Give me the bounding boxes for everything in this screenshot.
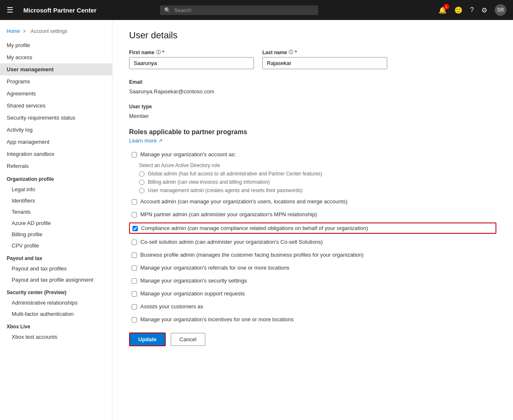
sidebar-item-activity-log[interactable]: Activity log (0, 124, 112, 136)
external-link-icon: ↗ (158, 138, 163, 144)
search-bar[interactable]: 🔍 (160, 5, 318, 15)
checkbox-3[interactable] (132, 240, 137, 245)
search-input[interactable] (174, 7, 314, 13)
checkbox-4[interactable] (132, 252, 137, 258)
sidebar-item-integration-sandbox[interactable]: Integration sandbox (0, 148, 112, 160)
sidebar-item-payout-tax-profiles[interactable]: Payout and tax profiles (0, 263, 112, 274)
radio-global-admin[interactable] (139, 171, 144, 177)
sidebar-item-mfa[interactable]: Multi-factor authentication (0, 308, 112, 320)
checkbox-8[interactable] (132, 304, 137, 310)
breadcrumb-home[interactable]: Home (7, 28, 20, 34)
sidebar-item-shared-services[interactable]: Shared services (0, 100, 112, 112)
last-name-input[interactable] (262, 57, 387, 69)
checkbox-row-4: Business profile admin (manages the cust… (129, 250, 496, 260)
checkbox-label-0: Account admin (can manage your organizat… (140, 198, 347, 205)
help-icon[interactable]: ? (470, 6, 474, 14)
sidebar-item-admin-relationships[interactable]: Administrative relationships (0, 297, 112, 308)
hamburger-icon[interactable]: ☰ (7, 5, 13, 15)
azure-ad-label: Select an Azure Active Directory role (139, 162, 496, 168)
checkbox-label-9: Manage your organization's incentives fo… (140, 316, 294, 322)
radio-billing-admin[interactable] (139, 180, 144, 185)
sidebar-item-tenants[interactable]: Tenants (0, 206, 112, 218)
checkbox-row-2: Compliance admin (can manage compliance … (129, 222, 496, 234)
roles-title: Roles applicable to partner programs (129, 128, 496, 136)
sidebar-group-security-center: Security center (Preview) (0, 285, 112, 297)
checkbox-row-3: Co-sell solution admin (can administer y… (129, 237, 496, 247)
checkbox-1[interactable] (132, 212, 137, 218)
sidebar-item-my-access[interactable]: My access (0, 51, 112, 63)
azure-ad-radio-group: Global admin (has full access to all adm… (139, 171, 496, 193)
breadcrumb-current: Account settings (31, 28, 67, 34)
topnav-icons: 🔔 1 🙂 ? ⚙ SR (438, 4, 506, 16)
manage-org-checkbox[interactable] (132, 152, 137, 158)
last-name-info-icon[interactable]: ⓘ (289, 49, 293, 55)
checkbox-5[interactable] (132, 265, 137, 271)
manage-org-row: Manage your organization's account as: (129, 150, 496, 159)
radio-user-mgmt-admin[interactable] (139, 188, 144, 193)
sidebar-item-billing-profile[interactable]: Billing profile (0, 229, 112, 240)
cancel-button[interactable]: Cancel (171, 333, 205, 346)
checkbox-7[interactable] (132, 291, 137, 297)
settings-icon[interactable]: ⚙ (481, 6, 487, 14)
sidebar: Home > Account settings My profile My ac… (0, 20, 112, 420)
learn-more-link[interactable]: Learn more ↗ (129, 138, 163, 144)
last-name-required: * (295, 50, 297, 55)
notification-icon[interactable]: 🔔 1 (438, 6, 447, 14)
first-name-input[interactable] (129, 57, 254, 69)
sidebar-item-payout-tax-assignment[interactable]: Payout and tax profile assignment (0, 274, 112, 285)
last-name-label: Last name ⓘ * (262, 49, 387, 55)
checkbox-row-6: Manage your organization's security sett… (129, 276, 496, 285)
sidebar-item-xbox-test-accounts[interactable]: Xbox test accounts (0, 331, 112, 342)
checkbox-row-1: MPN partner admin (can administer your o… (129, 210, 496, 219)
checkbox-row-5: Manage your organization's referrals for… (129, 263, 496, 272)
checkbox-label-3: Co-sell solution admin (can administer y… (140, 239, 323, 245)
first-name-group: First name ⓘ * (129, 49, 254, 69)
user-type-value: Member (129, 112, 496, 120)
checkbox-label-2: Compliance admin (can manage compliance … (141, 225, 368, 231)
update-button[interactable]: Update (129, 332, 166, 346)
roles-checkboxes: Account admin (can manage your organizat… (129, 197, 496, 324)
sidebar-item-user-management[interactable]: User management (0, 63, 112, 75)
search-icon: 🔍 (164, 7, 171, 13)
radio-row-global-admin: Global admin (has full access to all adm… (139, 171, 496, 177)
user-type-label: User type (129, 104, 496, 110)
checkbox-0[interactable] (132, 199, 137, 205)
sidebar-group-xbox-live: Xbox Live (0, 320, 112, 331)
radio-global-admin-label: Global admin (has full access to all adm… (148, 171, 322, 177)
email-value: Saarunya.Rajasekar@contoso.com (129, 88, 496, 95)
sidebar-item-legal-info[interactable]: Legal info (0, 184, 112, 195)
checkbox-label-1: MPN partner admin (can administer your o… (140, 211, 317, 218)
first-name-info-icon[interactable]: ⓘ (156, 49, 161, 55)
sidebar-item-azure-ad-profile[interactable]: Azure AD profile (0, 218, 112, 229)
checkbox-row-0: Account admin (can manage your organizat… (129, 197, 496, 206)
feedback-icon[interactable]: 🙂 (454, 6, 463, 14)
sidebar-item-app-management[interactable]: App management (0, 136, 112, 148)
checkbox-2[interactable] (132, 226, 138, 231)
sidebar-item-security-requirements[interactable]: Security requirements status (0, 112, 112, 124)
sidebar-item-agreements[interactable]: Agreements (0, 88, 112, 100)
sidebar-item-my-profile[interactable]: My profile (0, 39, 112, 51)
last-name-group: Last name ⓘ * (262, 49, 387, 69)
notification-badge: 1 (443, 4, 449, 10)
sidebar-item-identifiers[interactable]: Identifiers (0, 195, 112, 206)
sidebar-item-referrals[interactable]: Referrals (0, 160, 112, 172)
content-area: User details First name ⓘ * Last name ⓘ … (112, 20, 513, 420)
checkbox-row-7: Manage your organization support request… (129, 289, 496, 298)
avatar[interactable]: SR (495, 4, 506, 16)
first-name-required: * (162, 50, 164, 55)
checkbox-6[interactable] (132, 278, 137, 284)
top-navigation: ☰ Microsoft Partner Center 🔍 🔔 1 🙂 ? ⚙ S… (0, 0, 513, 20)
sidebar-group-org-profile: Organization profile (0, 172, 112, 184)
checkbox-label-7: Manage your organization support request… (140, 290, 245, 297)
checkbox-9[interactable] (132, 317, 137, 322)
radio-row-user-mgmt-admin: User management admin (creates agents an… (139, 188, 496, 193)
breadcrumb-separator: > (23, 28, 26, 34)
radio-billing-admin-label: Billing admin (can view invoices and bil… (148, 179, 270, 185)
email-group: Email Saarunya.Rajasekar@contoso.com (129, 76, 496, 95)
sidebar-item-cpv-profile[interactable]: CPV profile (0, 240, 112, 251)
first-name-label: First name ⓘ * (129, 49, 254, 55)
sidebar-item-programs[interactable]: Programs (0, 75, 112, 88)
manage-org-label: Manage your organization's account as: (140, 151, 236, 158)
button-row: Update Cancel (129, 332, 496, 346)
user-type-group: User type Member (129, 100, 496, 120)
